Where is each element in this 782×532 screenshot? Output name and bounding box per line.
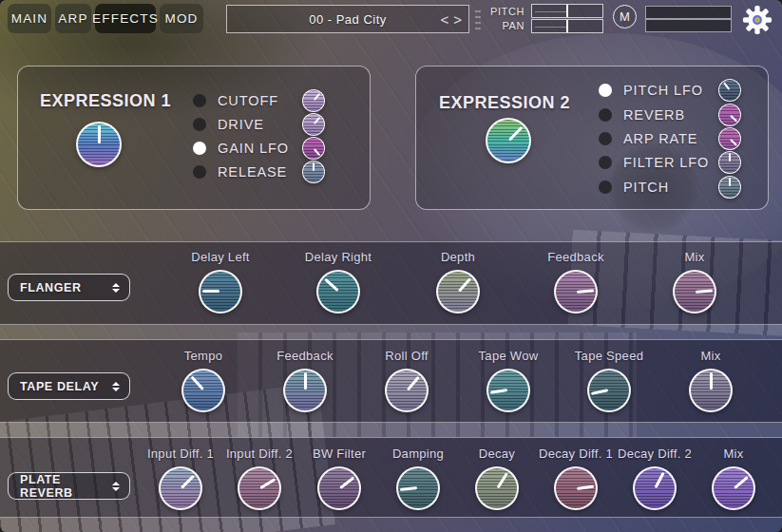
option-label: CUTOFF [218, 93, 302, 108]
delay-left-knob[interactable] [199, 270, 242, 314]
param-label: Decay Diff. 1 [539, 446, 613, 462]
pitch-slider-marker[interactable] [566, 5, 568, 17]
param-label: Tempo [184, 349, 223, 364]
pan-label: PAN [486, 20, 525, 31]
effect-selector-tape-delay[interactable]: TAPE DELAY [8, 372, 130, 400]
param-tape-feedback: Feedback [256, 349, 354, 412]
decay-diff-2-knob[interactable] [633, 466, 677, 510]
depth-knob[interactable] [436, 270, 480, 314]
drive-amount-knob[interactable] [302, 113, 325, 136]
input-diff-2-knob[interactable] [238, 466, 281, 510]
param-input-diff-2: Input Diff. 2 [218, 446, 301, 510]
pitch-lfo-amount-knob[interactable] [718, 79, 741, 102]
param-plate-mix: Mix [692, 446, 775, 510]
expression1-main-knob[interactable] [76, 122, 122, 167]
mono-button[interactable]: M [613, 5, 637, 28]
preset-next-button[interactable]: > [453, 12, 462, 27]
param-delay-left: Delay Left [168, 250, 273, 314]
tab-mod[interactable]: MOD [160, 4, 203, 33]
effect-selector-label: FLANGER [9, 281, 112, 294]
pan-slider[interactable] [531, 19, 603, 33]
roll-off-knob[interactable] [385, 369, 429, 412]
param-label: Mix [684, 250, 704, 265]
decay-diff-1-knob[interactable] [554, 466, 598, 510]
flanger-mix-knob[interactable] [673, 270, 716, 314]
option-label: REVERB [623, 107, 718, 123]
release-amount-knob[interactable] [302, 161, 325, 183]
pan-slider-marker[interactable] [566, 20, 568, 32]
radio-pitch-lfo[interactable] [599, 84, 612, 97]
arp-rate-amount-knob[interactable] [718, 127, 741, 150]
up-down-arrows-icon [112, 382, 120, 391]
expression1-option-release: RELEASE [193, 160, 325, 184]
delay-right-knob[interactable] [316, 270, 360, 314]
tape-mix-knob[interactable] [689, 369, 733, 412]
radio-cutoff[interactable] [193, 94, 206, 107]
param-label: Tape Wow [479, 349, 539, 364]
preset-prev-button[interactable]: < [440, 12, 448, 27]
param-label: Decay [479, 446, 515, 462]
preset-selector[interactable]: 00 - Pad City < > [226, 5, 469, 33]
param-label: Mix [700, 349, 720, 364]
param-label: BW Filter [313, 446, 366, 462]
tape-feedback-knob[interactable] [283, 369, 327, 412]
reverb-amount-knob[interactable] [718, 104, 741, 126]
param-label: Decay Diff. 2 [618, 446, 692, 462]
expression2-option-reverb: REVERB [599, 103, 741, 127]
plugin-window: MAIN ARP EFFECTS MOD 00 - Pad City < > P… [0, 0, 782, 532]
decay-knob[interactable] [475, 466, 519, 510]
row-divider [0, 423, 782, 437]
expression2-option-arp-rate: ARP RATE [599, 126, 741, 151]
param-label: Feedback [547, 250, 604, 265]
pitch-label: PITCH [486, 6, 525, 17]
preset-name: 00 - Pad City [309, 12, 387, 27]
tab-main[interactable]: MAIN [8, 4, 51, 33]
option-label: GAIN LFO [218, 141, 302, 156]
param-label: Tape Speed [575, 349, 643, 364]
cutoff-amount-knob[interactable] [302, 89, 325, 112]
radio-gain-lfo[interactable] [193, 142, 206, 155]
up-down-arrows-icon [112, 482, 120, 491]
param-roll-off: Roll Off [357, 349, 456, 412]
settings-gear-icon[interactable] [742, 5, 772, 35]
param-decay-diff-1: Decay Diff. 1 [534, 446, 618, 510]
divider-dots [475, 9, 481, 31]
pitch-slider[interactable] [531, 4, 603, 18]
expression1-title: EXPRESSION 1 [40, 91, 171, 111]
bw-filter-knob[interactable] [317, 466, 361, 510]
input-diff-1-knob[interactable] [159, 466, 202, 510]
tempo-knob[interactable] [181, 369, 225, 412]
radio-drive[interactable] [193, 118, 206, 131]
damping-knob[interactable] [396, 466, 440, 510]
expression2-main-knob[interactable] [486, 118, 531, 163]
filter-lfo-amount-knob[interactable] [718, 151, 741, 174]
effect-selector-plate-reverb[interactable]: PLATE REVERB [8, 472, 130, 500]
row-divider [0, 325, 782, 339]
radio-pitch[interactable] [599, 180, 612, 194]
param-label: Delay Left [191, 250, 250, 265]
radio-arp-rate[interactable] [599, 132, 612, 145]
radio-filter-lfo[interactable] [599, 156, 612, 169]
pitch-amount-knob[interactable] [718, 176, 741, 199]
expression1-option-drive: DRIVE [193, 112, 325, 137]
option-label: RELEASE [218, 164, 302, 180]
up-down-arrows-icon [112, 283, 120, 293]
tab-effects[interactable]: EFFECTS [95, 4, 156, 33]
tape-wow-knob[interactable] [486, 369, 530, 412]
expression2-option-pitch: PITCH [599, 175, 741, 200]
gain-lfo-amount-knob[interactable] [302, 137, 325, 160]
tape-speed-knob[interactable] [587, 369, 631, 412]
radio-release[interactable] [193, 165, 206, 179]
param-flanger-feedback: Feedback [524, 250, 628, 314]
radio-reverb[interactable] [599, 108, 612, 122]
flanger-feedback-knob[interactable] [554, 270, 598, 314]
param-input-diff-1: Input Diff. 1 [139, 446, 222, 510]
tab-arp[interactable]: ARP [55, 4, 91, 33]
param-flanger-mix: Mix [642, 250, 747, 314]
effect-selector-flanger[interactable]: FLANGER [8, 274, 130, 301]
option-label: PITCH [623, 180, 718, 195]
level-meter-left [645, 6, 732, 19]
plate-mix-knob[interactable] [712, 466, 755, 510]
param-label: Delay Right [305, 250, 372, 265]
option-label: PITCH LFO [623, 83, 718, 98]
